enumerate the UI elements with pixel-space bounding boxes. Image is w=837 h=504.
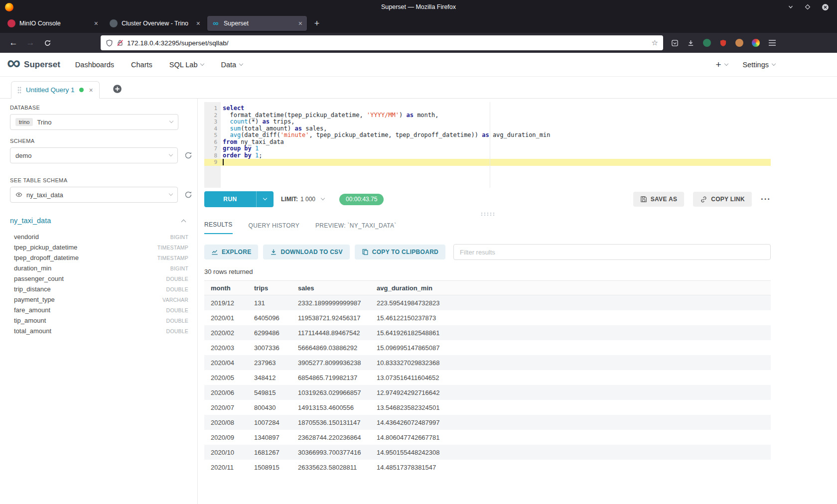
column-name: tip_amount	[14, 317, 46, 324]
refresh-schemas-button[interactable]	[184, 151, 192, 159]
browser-tab-cluster-overview-trino[interactable]: Cluster Overview - Trino×	[105, 16, 205, 31]
copy-to-clipboard-button[interactable]: COPY TO CLIPBOARD	[355, 245, 445, 259]
explore-button[interactable]: EXPLORE	[204, 245, 258, 259]
window-minimize-icon[interactable]	[788, 4, 794, 10]
table-cell: 549815	[248, 389, 291, 396]
downloads-icon[interactable]	[687, 39, 695, 47]
sql-token: month,	[414, 112, 439, 119]
window-close-icon[interactable]	[822, 3, 829, 11]
sql-token	[252, 152, 255, 159]
copy-link-button[interactable]: COPY LINK	[693, 192, 752, 207]
column-header-avg-duration-min[interactable]: avg_duration_min	[370, 284, 771, 292]
limit-label: LIMIT:	[281, 196, 298, 203]
app-brand[interactable]: Superset	[24, 60, 60, 70]
column-header-trips[interactable]: trips	[248, 284, 291, 292]
tab-close-icon[interactable]: ×	[94, 19, 98, 27]
more-options-icon[interactable]: ···	[761, 194, 771, 204]
cookie-extension-icon[interactable]	[735, 39, 743, 47]
table-cell: 15.46122150237873	[370, 314, 771, 322]
column-type: DOUBLE	[166, 318, 188, 324]
sql-token: , tpep_pickup_datetime, tpep_dropoff_dat…	[309, 131, 482, 138]
chevron-down-icon	[169, 192, 173, 196]
table-schema-label: SEE TABLE SCHEMA	[10, 177, 192, 183]
chevron-up-icon[interactable]	[181, 219, 186, 224]
run-dropdown-caret[interactable]	[256, 191, 274, 207]
refresh-tables-button[interactable]	[184, 191, 192, 199]
url-bar[interactable]: 172.18.0.4:32295/superset/sqllab/ ☆	[101, 35, 663, 50]
browser-tab-superset[interactable]: ∞Superset×	[207, 16, 307, 31]
window-maximize-icon[interactable]	[805, 4, 811, 10]
column-type: TIMESTAMP	[157, 245, 188, 251]
browser-tab-minio-console[interactable]: MinIO Console×	[3, 16, 103, 31]
results-tab-results[interactable]: RESULTS	[204, 221, 233, 234]
column-name: trip_distance	[14, 285, 51, 293]
pinwheel-extension-icon[interactable]	[752, 39, 760, 47]
results-tab-preview-ny-taxi-data[interactable]: PREVIEW: `NY_TAXI_DATA`	[315, 222, 397, 234]
nav-item-dashboards[interactable]: Dashboards	[75, 61, 114, 69]
results-table-header: monthtripssalesavg_duration_min	[204, 280, 771, 295]
table-cell: 1007284	[248, 419, 291, 426]
save-as-button[interactable]: SAVE AS	[633, 192, 684, 207]
url-text[interactable]: 172.18.0.4:32295/superset/sqllab/	[127, 39, 648, 47]
forward-button[interactable]: →	[22, 35, 39, 50]
drag-handle-icon[interactable]	[17, 87, 21, 94]
back-button[interactable]: ←	[5, 35, 22, 50]
chevron-down-icon	[239, 61, 243, 65]
column-header-month[interactable]: month	[204, 284, 248, 292]
table-row: 2020/053484126854865.71998213713.0735164…	[204, 370, 771, 385]
browser-tab-title: Cluster Overview - Trino	[122, 20, 192, 27]
lock-insecure-icon[interactable]	[117, 39, 124, 46]
download-icon	[270, 249, 277, 255]
reload-button[interactable]	[39, 35, 56, 50]
browser-tab-strip: MinIO Console×Cluster Overview - Trino×∞…	[3, 16, 309, 31]
table-cell: 2020/10	[204, 449, 248, 456]
new-tab-button[interactable]: +	[309, 16, 324, 31]
superset-logo-icon: ∞	[7, 56, 20, 70]
editor-code[interactable]: select format_datetime(tpep_pickup_datet…	[221, 102, 771, 188]
schema-select[interactable]: demo	[10, 147, 178, 163]
table-row: 2020/0654981510319263.02996685712.974924…	[204, 385, 771, 400]
results-toolbar: EXPLORE DOWNLOAD TO CSV COPY TO CLIPBOAR…	[204, 244, 771, 260]
download-csv-button[interactable]: DOWNLOAD TO CSV	[263, 245, 349, 259]
settings-menu-button[interactable]: Settings	[743, 61, 775, 69]
table-row: 2020/03300733656664869.0388629215.096995…	[204, 340, 771, 355]
table-cell: 237963	[248, 359, 291, 367]
ublock-extension-icon[interactable]	[719, 39, 727, 47]
menu-hamburger-icon[interactable]	[768, 39, 776, 46]
run-button[interactable]: RUN	[204, 191, 274, 207]
limit-dropdown[interactable]: LIMIT: 1 000	[281, 196, 324, 203]
table-cell: 10.833327029832368	[370, 359, 771, 367]
sql-token	[223, 131, 230, 138]
results-tab-query-history[interactable]: QUERY HISTORY	[249, 222, 299, 234]
nav-item-sql-lab[interactable]: SQL Lab	[169, 61, 204, 69]
table-cell: 2020/07	[204, 404, 248, 411]
query-tab-untitled-query-1[interactable]: Untitled Query 1 ×	[11, 81, 100, 99]
sql-token: 'YYYY/MM'	[367, 112, 399, 119]
sql-token: trips,	[270, 118, 295, 125]
chart-icon	[211, 249, 218, 255]
table-name-heading[interactable]: ny_taxi_data	[10, 217, 51, 225]
code-line: avg(date_diff('minute', tpep_pickup_date…	[221, 132, 771, 139]
tab-close-icon[interactable]: ×	[298, 19, 302, 27]
firefox-logo	[5, 3, 13, 11]
database-select[interactable]: trino Trino	[10, 114, 178, 130]
pane-resize-handle[interactable]	[204, 211, 771, 217]
save-to-pocket-icon[interactable]	[671, 39, 679, 47]
column-header-sales[interactable]: sales	[291, 284, 370, 292]
column-type: VARCHAR	[162, 297, 188, 303]
bookmark-star-icon[interactable]: ☆	[652, 38, 658, 47]
query-tab-bar: Untitled Query 1 ×	[0, 77, 837, 99]
nav-item-data[interactable]: Data	[221, 61, 243, 69]
sql-editor[interactable]: 123456789 select format_datetime(tpep_pi…	[204, 102, 771, 188]
table-select[interactable]: ny_taxi_data	[10, 187, 178, 203]
tab-close-icon[interactable]: ×	[196, 19, 200, 27]
table-column-row: passenger_countDOUBLE	[10, 273, 192, 284]
new-menu-button[interactable]: +	[715, 59, 727, 70]
shield-icon[interactable]	[106, 39, 113, 47]
add-query-tab-button[interactable]	[113, 84, 122, 94]
nav-item-charts[interactable]: Charts	[131, 61, 152, 69]
filter-results-input[interactable]	[453, 244, 771, 260]
query-tab-close-icon[interactable]: ×	[89, 86, 93, 94]
extension-icon[interactable]	[703, 39, 711, 47]
run-label[interactable]: RUN	[204, 191, 256, 207]
